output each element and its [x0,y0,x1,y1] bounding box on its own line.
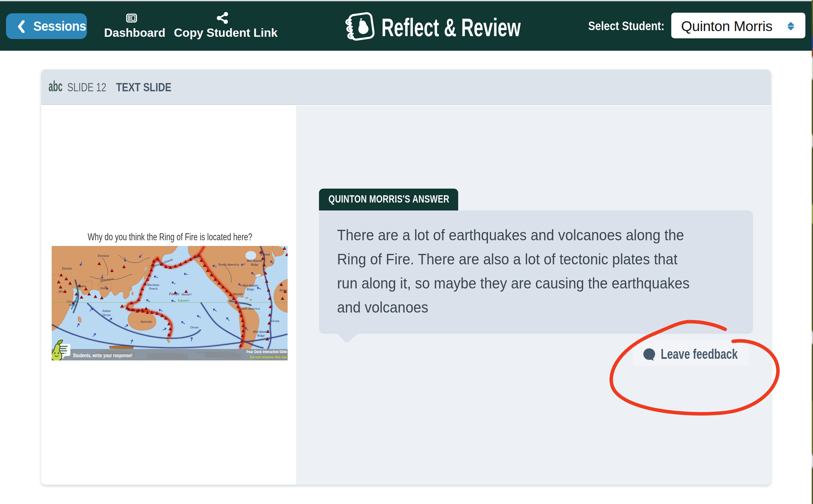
svg-text:South America: South America [239,307,260,310]
svg-text:Ridge: Ridge [257,334,265,337]
svg-text:Australia: Australia [140,320,152,323]
svg-text:India: India [100,286,107,290]
svg-text:Indian: Indian [102,309,111,313]
svg-text:Ridge: Ridge [246,288,254,291]
svg-text:Ocean: Ocean [190,326,198,329]
svg-text:Pear Deck Interactive Slide: Pear Deck Interactive Slide [246,349,287,354]
svg-text:Africa: Africa [279,288,287,292]
svg-text:Ridge: Ridge [250,263,258,266]
svg-text:Ocean: Ocean [271,319,279,323]
svg-text:Ocean: Ocean [102,313,111,317]
svg-text:Marianas: Marianas [147,283,159,287]
svg-text:Mid-Atlantic: Mid-Atlantic [252,330,269,333]
svg-text:Pacific: Pacific [169,292,180,296]
svg-text:North America: North America [218,262,239,266]
svg-text:Mid-Atlantic: Mid-Atlantic [246,259,263,262]
svg-text:Great Rift: Great Rift [67,300,78,303]
svg-text:Arabia: Arabia [77,284,86,288]
svg-text:Mid-Atlantic: Mid-Atlantic [242,284,259,287]
svg-text:Iceland: Iceland [260,253,270,256]
svg-text:Trench: Trench [149,287,157,290]
svg-text:Equator: Equator [178,298,190,302]
svg-text:Do not remove this bar: Do not remove this bar [250,355,287,359]
svg-text:Africa: Africa [58,290,66,293]
svg-text:Atlantic: Atlantic [232,292,244,296]
svg-text:Valley: Valley [69,303,76,307]
svg-text:Students, write your response!: Students, write your response! [73,352,133,358]
svg-text:Eurasia: Eurasia [62,267,72,270]
svg-text:Eurasia: Eurasia [98,254,109,257]
svg-text:Hawai'i: Hawai'i [181,293,192,296]
